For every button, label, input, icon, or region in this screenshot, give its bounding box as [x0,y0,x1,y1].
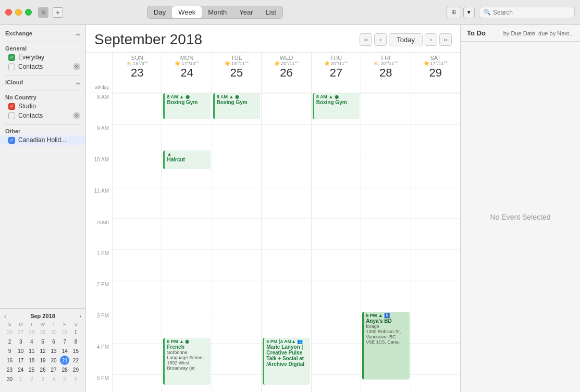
search-bar[interactable]: 🔍 [479,7,575,18]
mini-cal-day[interactable]: 20 [49,356,58,365]
cal-nav-back[interactable]: ‹ [374,33,387,46]
mini-cal-day[interactable]: 12 [38,346,47,356]
mini-cal-day[interactable]: 28 [27,327,36,337]
allday-cell-mon[interactable] [162,82,211,93]
calendar-event[interactable]: 8 AM ▲ ◉ Boxing Gym [163,93,210,119]
allday-cell-sat[interactable] [411,82,460,93]
cal-nav-forward[interactable]: › [425,33,437,46]
calendar-event[interactable]: 6 PM (4 AM▲ 👥 Marie Lanyon | Creative Pu… [263,338,310,385]
calendar-event[interactable]: 5 PM ▲ 🚹 Anya's BD forage1300 Robson St,… [362,312,409,380]
calendar-event[interactable]: 6 PM ▲ ◉ French Sorbonne Language School… [163,338,210,385]
calendar-event[interactable]: 8 AM ▲ ◉ Boxing Gym [313,93,360,119]
allday-cell-fri[interactable] [361,82,410,93]
allday-cell-sun[interactable] [112,82,162,93]
mini-cal-day[interactable]: 27 [16,327,26,337]
grid-view-icon[interactable]: ⊞ [447,7,461,18]
allday-cell-thu[interactable] [311,82,361,93]
mini-cal-day[interactable]: 6 [71,374,80,384]
mini-cal-day[interactable]: 2 [27,374,36,384]
contacts-general-delete-icon[interactable]: ✕ [73,63,80,70]
tab-year[interactable]: Year [233,6,259,18]
day-number[interactable]: 23 [114,66,161,80]
mini-cal-day[interactable]: 18 [27,356,36,365]
mini-cal-day[interactable]: 4 [27,337,36,346]
mini-cal-day[interactable]: 26 [38,365,47,374]
time-col-3[interactable]: 6 PM (4 AM▲ 👥 Marie Lanyon | Creative Pu… [261,93,311,392]
mini-cal-day[interactable]: 29 [38,327,47,337]
mini-cal-day[interactable]: 7 [60,337,69,346]
sidebar-toggle-icon[interactable]: ⊟ [38,7,48,18]
dropdown-chevron-icon[interactable]: ▾ [463,7,475,18]
mini-cal-day[interactable]: 6 [49,337,58,346]
time-col-2[interactable]: 8 AM ▲ ◉ Boxing Gym [212,93,261,392]
time-col-4[interactable]: 8 AM ▲ ◉ Boxing Gym [311,93,361,392]
mini-cal-day[interactable]: 5 [60,374,69,384]
sidebar-item-contacts-nocountry[interactable]: Contacts ✕ [0,111,85,120]
close-button[interactable] [5,9,12,16]
mini-cal-day[interactable]: 19 [38,356,47,365]
cal-nav-forward-forward[interactable]: ›› [439,33,452,46]
mini-cal-day[interactable]: 15 [71,346,80,356]
day-number[interactable]: 28 [362,66,409,80]
mini-cal-day[interactable]: 24 [16,365,26,374]
mini-cal-day[interactable]: 27 [49,365,58,374]
tab-month[interactable]: Month [202,6,233,18]
contacts-nocountry-checkbox[interactable] [8,112,15,119]
today-button[interactable]: Today [389,33,423,46]
everyday-checkbox[interactable]: ✓ [8,54,15,61]
mini-cal-day[interactable]: 3 [16,337,26,346]
mini-cal-day[interactable]: 1 [16,374,26,384]
sidebar-item-studio[interactable]: ✓ Studio [0,102,85,111]
mini-cal-day[interactable]: 8 [71,337,80,346]
calendar-event[interactable]: ▲ Haircut [163,150,210,169]
allday-cell-wed[interactable] [261,82,311,93]
add-button[interactable]: + [53,7,63,18]
mini-cal-prev-icon[interactable]: ‹ [4,313,6,319]
right-panel-sort[interactable]: by Due Date, due by Next... [503,30,574,36]
minimize-button[interactable] [15,9,22,16]
day-number[interactable]: 25 [213,66,260,80]
mini-cal-day[interactable]: 23 [5,365,15,374]
contacts-nocountry-delete-icon[interactable]: ✕ [73,112,80,119]
mini-cal-day[interactable]: 26 [5,327,15,337]
day-number[interactable]: 29 [412,66,459,80]
calendar-event[interactable]: 8 AM ▲ ◉ Boxing Gym [213,93,260,119]
time-col-1[interactable]: 8 AM ▲ ◉ Boxing Gym ▲ Haircut 6 PM ▲ ◉ F… [162,93,211,392]
time-col-5[interactable]: 5 PM ▲ 🚹 Anya's BD forage1300 Robson St,… [361,93,410,392]
mini-cal-day[interactable]: 2 [5,337,15,346]
mini-cal-day[interactable]: 17 [16,356,26,365]
mini-cal-day[interactable]: 11 [27,346,36,356]
mini-cal-day[interactable]: 29 [71,365,80,374]
canadian-holidays-checkbox[interactable]: ✓ [8,137,15,144]
mini-cal-day[interactable]: 16 [5,356,15,365]
maximize-button[interactable] [25,9,32,16]
tab-list[interactable]: List [260,6,282,18]
mini-cal-day[interactable]: 21 [60,356,69,365]
mini-cal-day[interactable]: 14 [60,346,69,356]
sidebar-item-everyday[interactable]: ✓ Everyday [0,53,85,62]
mini-cal-day[interactable]: 30 [49,327,58,337]
sidebar-item-contacts-general[interactable]: Contacts ✕ [0,62,85,71]
studio-checkbox[interactable]: ✓ [8,103,15,110]
mini-cal-day[interactable]: 10 [16,346,26,356]
mini-cal-day[interactable]: 5 [38,337,47,346]
tab-day[interactable]: Day [147,6,172,18]
mini-cal-day[interactable]: 25 [27,365,36,374]
search-input[interactable] [493,9,566,16]
mini-cal-day[interactable]: 30 [5,374,15,384]
cal-nav-back-back[interactable]: ‹‹ [360,33,372,46]
allday-cell-tue[interactable] [212,82,261,93]
day-number[interactable]: 24 [163,66,210,80]
mini-cal-day[interactable]: 31 [60,327,69,337]
sidebar-item-canadian-holidays[interactable]: ✓ Canadian Holid... [0,135,85,145]
time-col-0[interactable] [112,93,162,392]
mini-cal-day[interactable]: 22 [71,356,80,365]
mini-cal-day[interactable]: 9 [5,346,15,356]
mini-cal-next-icon[interactable]: › [79,313,81,319]
mini-cal-day[interactable]: 1 [71,327,80,337]
day-number[interactable]: 27 [313,66,360,80]
time-col-6[interactable] [411,93,460,392]
mini-cal-day[interactable]: 13 [49,346,58,356]
contacts-general-checkbox[interactable] [8,64,15,70]
mini-cal-day[interactable]: 4 [49,374,58,384]
